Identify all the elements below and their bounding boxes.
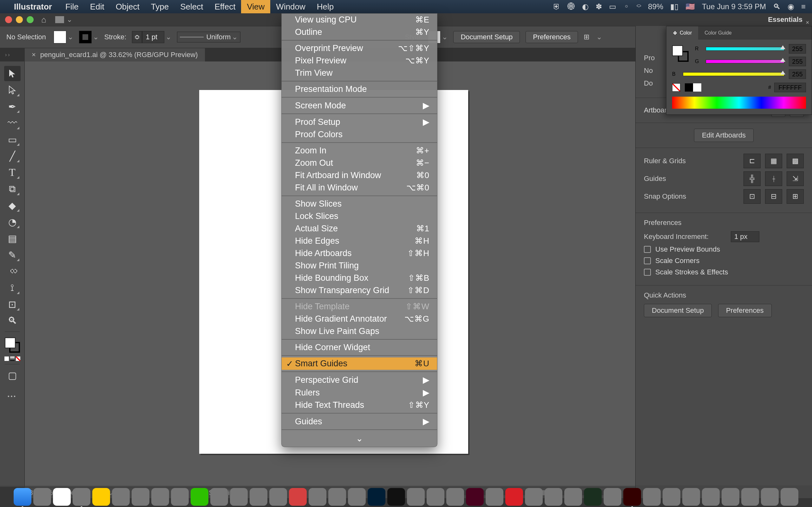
guides-visibility-icon[interactable]: ╬ <box>744 171 761 186</box>
dock-discord[interactable] <box>426 488 444 506</box>
use-preview-bounds-checkbox[interactable] <box>644 246 651 253</box>
screen-mode-button[interactable]: ▢ <box>4 368 20 383</box>
battery-icon[interactable]: ▮▯ <box>670 2 678 11</box>
color-spectrum[interactable] <box>672 97 806 109</box>
stroke-profile-select[interactable]: Uniform⌄ <box>177 32 241 43</box>
b-slider[interactable] <box>683 72 784 76</box>
hex-field[interactable]: FFFFFF <box>774 83 806 92</box>
line-tool[interactable]: ╱ <box>4 148 20 164</box>
symbol-sprayer-tool[interactable]: ⟟ <box>4 280 20 295</box>
menu-help[interactable]: Help <box>311 0 339 13</box>
app-name[interactable]: Illustrator <box>14 2 52 12</box>
document-setup-button[interactable]: Document Setup <box>453 31 520 43</box>
smart-guides-icon[interactable]: ⇲ <box>786 171 804 186</box>
dock-numbers[interactable] <box>191 488 208 506</box>
menu-item-trim-view[interactable]: Trim View <box>282 67 437 79</box>
notification-center-icon[interactable]: ≡ <box>801 2 806 11</box>
fan-icon[interactable]: ◐ <box>582 2 589 11</box>
snap-to-pixel-icon[interactable]: ⊞ <box>786 189 804 204</box>
expand-panels-icon[interactable]: ›› <box>5 52 11 58</box>
menu-item-rulers[interactable]: Rulers▶ <box>282 386 437 399</box>
zoom-tool[interactable]: 🔍︎ <box>4 313 20 328</box>
scale-strokes-checkbox[interactable] <box>644 269 651 276</box>
keyboard-increment-field[interactable]: 1 px <box>731 231 759 242</box>
quick-document-setup-button[interactable]: Document Setup <box>644 304 712 317</box>
shape-builder-tool[interactable]: ◔ <box>4 214 20 229</box>
style-dropdown-icon[interactable]: ⌄ <box>442 33 448 41</box>
dock-cc[interactable] <box>505 488 523 506</box>
menu-select[interactable]: Select <box>174 0 209 13</box>
siri-icon[interactable]: ◉ <box>788 2 794 11</box>
stroke-swatch[interactable] <box>79 31 92 43</box>
menu-item-show-transparency-grid[interactable]: Show Transparency Grid⇧⌘D <box>282 284 437 297</box>
g-slider[interactable] <box>706 60 784 63</box>
menu-item-fit-all-in-window[interactable]: Fit All in Window⌥⌘0 <box>282 181 437 194</box>
dock-ccleaner[interactable] <box>289 488 307 506</box>
dock-app-2[interactable] <box>643 488 661 506</box>
dock-appstore[interactable] <box>309 488 326 506</box>
flag-icon[interactable]: 🇺🇸 <box>686 2 695 11</box>
menu-view[interactable]: View <box>241 0 270 13</box>
menu-item-actual-size[interactable]: Actual Size⌘1 <box>282 222 437 235</box>
grid-toggle-icon[interactable]: ▦ <box>765 154 782 168</box>
g-value-field[interactable]: 255 <box>789 57 806 66</box>
stroke-weight-stepper[interactable]: ≎ <box>132 31 142 43</box>
battery-percent[interactable]: 89% <box>648 2 663 11</box>
none-color-swatch[interactable] <box>672 83 680 92</box>
r-slider[interactable] <box>706 47 784 51</box>
airplay-icon[interactable]: ▭ <box>609 2 616 11</box>
rectangle-tool[interactable]: ▭ <box>4 132 20 147</box>
b-value-field[interactable]: 255 <box>789 69 806 79</box>
menu-item-hide-text-threads[interactable]: Hide Text Threads⇧⌘Y <box>282 399 437 411</box>
menu-item-outline[interactable]: Outline⌘Y <box>282 26 437 38</box>
spotlight-icon[interactable]: 🔍︎ <box>773 2 780 11</box>
menu-window[interactable]: Window <box>270 0 311 13</box>
dock-outputapp[interactable] <box>564 488 582 506</box>
quick-preferences-button[interactable]: Preferences <box>718 304 772 317</box>
wifi-icon[interactable]: ⌔ <box>637 2 641 11</box>
stroke-weight-field[interactable]: 1 pt <box>142 31 164 43</box>
dock-finder[interactable] <box>14 488 32 506</box>
pen-tool[interactable]: ✒︎ <box>4 99 20 114</box>
menu-item-fit-artboard-in-window[interactable]: Fit Artboard in Window⌘0 <box>282 169 437 181</box>
snap-to-point-icon[interactable]: ⊡ <box>744 189 761 204</box>
color-panel-tab-color[interactable]: ❖Color <box>666 26 698 40</box>
menu-item-hide-corner-widget[interactable]: Hide Corner Widget <box>282 341 437 354</box>
menu-item-guides[interactable]: Guides▶ <box>282 415 437 428</box>
black-swatch[interactable] <box>685 83 693 92</box>
edit-toolbar-button[interactable]: ••• <box>8 394 17 399</box>
snap-to-grid-icon[interactable]: ⊟ <box>765 189 782 204</box>
scale-corners-checkbox[interactable] <box>644 257 651 264</box>
color-panel-tab-guide[interactable]: Color Guide <box>698 26 738 40</box>
dock-illustrator[interactable] <box>623 488 641 506</box>
clock[interactable]: Tue Jun 9 3:59 PM <box>702 2 766 11</box>
fill-stroke-swatch[interactable] <box>4 337 20 353</box>
menu-item-view-using-cpu[interactable]: View using CPU⌘E <box>282 14 437 26</box>
dock-indesign[interactable] <box>466 488 484 506</box>
type-tool[interactable]: T <box>4 165 20 180</box>
color-mode-toggles[interactable] <box>4 356 20 361</box>
menu-item-zoom-in[interactable]: Zoom In⌘+ <box>282 145 437 157</box>
rotate-tool[interactable]: ◆ <box>4 198 20 213</box>
menu-item-show-slices[interactable]: Show Slices <box>282 198 437 210</box>
dock-downloads[interactable] <box>761 488 779 506</box>
menu-item-hide-artboards[interactable]: Hide Artboards⇧⌘H <box>282 247 437 260</box>
dock-photoshop[interactable] <box>368 488 386 506</box>
dock-app-1[interactable] <box>604 488 621 506</box>
gradient-tool[interactable]: ▤ <box>4 231 20 246</box>
menu-item-presentation-mode[interactable]: Presentation Mode <box>282 83 437 95</box>
hand-tool[interactable]: ⊡ <box>4 297 20 312</box>
dock-calendar[interactable] <box>132 488 149 506</box>
dock-app-6[interactable] <box>722 488 740 506</box>
dock-chrome2[interactable] <box>545 488 562 506</box>
dock-bridge[interactable] <box>584 488 602 506</box>
dock-notes[interactable] <box>112 488 130 506</box>
dock-app-7[interactable] <box>741 488 759 506</box>
dock-brackets[interactable] <box>348 488 366 506</box>
dock-app-4[interactable] <box>682 488 700 506</box>
fill-dropdown-icon[interactable]: ⌄ <box>67 33 73 41</box>
dock-chrome[interactable] <box>72 488 90 506</box>
menu-item-hide-edges[interactable]: Hide Edges⌘H <box>282 235 437 247</box>
dock-photos[interactable] <box>171 488 189 506</box>
ruler-toggle-icon[interactable]: ⊏ <box>744 154 761 168</box>
